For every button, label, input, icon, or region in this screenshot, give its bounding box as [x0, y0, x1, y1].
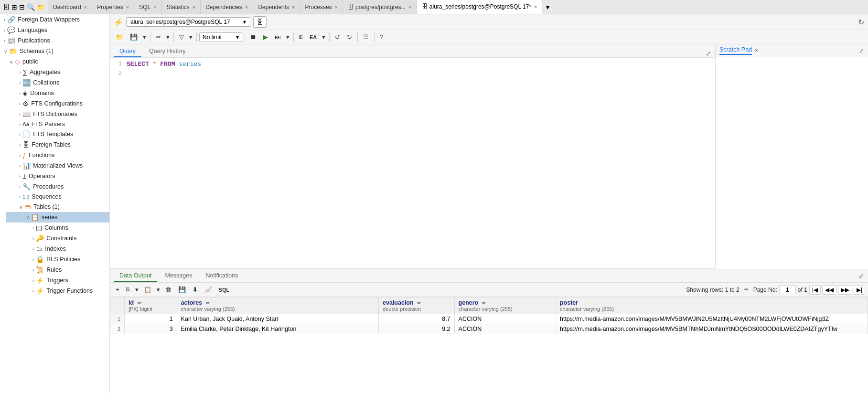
sidebar-item-columns[interactable]: › ▤ Columns	[6, 223, 109, 233]
sidebar-item-fts-configurations[interactable]: › ⚙ FTS Configurations	[6, 98, 109, 109]
cell-id[interactable]: 1	[125, 314, 177, 324]
cell-poster[interactable]: https://m.media-amazon.com/images/M/MV5B…	[556, 324, 868, 334]
sidebar-item-schemas[interactable]: ∨ 📁 Schemas (1)	[0, 46, 109, 56]
chart-button[interactable]: 📈	[202, 284, 215, 295]
sidebar-item-operators[interactable]: › ± Operators	[6, 171, 109, 181]
sidebar-item-domains[interactable]: › ◈ Domains	[6, 88, 109, 98]
cell-evaluacion[interactable]: 8.7	[379, 314, 455, 324]
sidebar-item-sequences[interactable]: › 1.3 Sequences	[6, 192, 109, 202]
macro-button[interactable]: ☰	[360, 32, 372, 42]
col-header-id[interactable]: id ✏ [PK] bigint	[125, 297, 177, 314]
tab-messages[interactable]: Messages	[159, 270, 198, 282]
col-header-actores[interactable]: actores ✏ character varying (255)	[177, 297, 378, 314]
editor-area[interactable]: 1 SELECT * FROM series	[110, 58, 715, 269]
stop-button[interactable]: ⏹	[247, 32, 259, 42]
download-button[interactable]: ⬇	[190, 284, 201, 295]
sidebar-item-fts-templates[interactable]: › 📄 FTS Templates	[6, 129, 109, 139]
tab-processes[interactable]: Processes ×	[300, 0, 343, 14]
explain-dropdown[interactable]: ▾	[321, 32, 327, 42]
cell-evaluacion[interactable]: 9.2	[379, 324, 455, 334]
tab-dependencies-close[interactable]: ×	[245, 4, 248, 10]
cell-poster[interactable]: https://m.media-amazon.com/images/M/MV5B…	[556, 314, 868, 324]
tab-sql-close[interactable]: ×	[153, 4, 156, 10]
tab-query-history[interactable]: Query History	[143, 46, 191, 57]
explain-button[interactable]: E	[296, 32, 306, 42]
run-step-dropdown[interactable]: ▾	[285, 32, 291, 42]
tab-notifications[interactable]: Notifications	[200, 270, 244, 282]
next-page-button[interactable]: ▶▶	[838, 285, 852, 295]
connection-select[interactable]: alura_series/postgres@PostgreSQL 17 ▾	[126, 17, 250, 27]
cell-actores[interactable]: Emilia Clarke, Peter Dinklage, Kit Harin…	[177, 324, 378, 334]
sidebar-item-rls-policies[interactable]: › 🔒 RLS Policies	[6, 254, 109, 265]
tool-icon-search[interactable]: 🔍	[27, 3, 35, 11]
tab-data-output[interactable]: Data Output	[114, 270, 157, 282]
col-header-genero[interactable]: genero ✏ character varying (255)	[454, 297, 556, 314]
expand-editor-button[interactable]: ↻	[858, 18, 864, 27]
paste-button[interactable]: 📋	[141, 284, 154, 295]
col-edit-evaluacion[interactable]: ✏	[417, 300, 421, 306]
commit-button[interactable]: ↺	[332, 32, 343, 42]
help-button[interactable]: ?	[377, 32, 386, 42]
limit-select[interactable]: No limit ▾	[199, 32, 242, 42]
filter-dropdown-button[interactable]: ▾	[188, 32, 194, 42]
copy-dropdown[interactable]: ▾	[134, 285, 140, 295]
sidebar-item-foreign-data-wrappers[interactable]: › 🔗 Foreign Data Wrappers	[0, 14, 109, 25]
sidebar-item-fts-parsers[interactable]: › Aa FTS Parsers	[6, 119, 109, 129]
sidebar-item-aggregates[interactable]: › ∑ Aggregates	[6, 67, 109, 77]
expand-results-button[interactable]: ⤢	[858, 272, 864, 280]
add-row-button[interactable]: +	[113, 284, 122, 295]
col-edit-id[interactable]: ✏	[138, 300, 141, 306]
sidebar-item-collations[interactable]: › 🔤 Collations	[6, 77, 109, 88]
paste-dropdown[interactable]: ▾	[155, 285, 161, 295]
cell-id[interactable]: 3	[125, 324, 177, 334]
sidebar-item-materialized-views[interactable]: › 📊 Materialized Views	[6, 160, 109, 171]
first-page-button[interactable]: |◀	[809, 285, 821, 295]
col-header-evaluacion[interactable]: evaluacion ✏ double precision	[379, 297, 455, 314]
tool-icon-1[interactable]: 🗄	[3, 3, 10, 11]
explain-analyze-button[interactable]: EA	[307, 32, 320, 42]
tool-icon-5[interactable]: 📁	[37, 3, 45, 11]
tab-more-button[interactable]: ▾	[542, 3, 553, 11]
tab-properties-close[interactable]: ×	[126, 4, 129, 10]
tab-dependents-close[interactable]: ×	[292, 4, 295, 10]
tab-statistics-close[interactable]: ×	[193, 4, 195, 10]
tool-icon-3[interactable]: ⊟	[19, 3, 25, 11]
prev-page-button[interactable]: ◀◀	[822, 285, 836, 295]
tab-postgres-query[interactable]: 🗄 postgres/postgres... ×	[343, 0, 417, 14]
edit-row-count-button[interactable]: ✏	[741, 285, 751, 295]
sidebar-item-public[interactable]: ∨ ◇ public	[0, 56, 109, 67]
sql-button[interactable]: SQL	[216, 285, 233, 295]
scratch-pad-expand[interactable]: ⤢	[859, 47, 864, 54]
sidebar-item-languages[interactable]: › 💬 Languages	[0, 25, 109, 35]
sidebar-item-series[interactable]: ∨ 📋 series	[6, 212, 109, 223]
cell-actores[interactable]: Karl Urban, Jack Quaid, Antony Starr	[177, 314, 378, 324]
run-button[interactable]: ▶	[260, 32, 271, 42]
sidebar-item-trigger-functions[interactable]: › ⚡ Trigger Functions	[6, 286, 109, 296]
sidebar-item-indexes[interactable]: › 🗂 Indexes	[6, 244, 109, 254]
run-step-button[interactable]: ⏭	[272, 32, 284, 42]
sidebar-item-procedures[interactable]: › 🔧 Procedures	[6, 181, 109, 192]
sidebar-item-functions[interactable]: › ƒ Functions	[6, 150, 109, 160]
edit-button[interactable]: ✏	[153, 32, 164, 42]
save-data-button[interactable]: 💾	[175, 284, 189, 295]
tab-dashboard-close[interactable]: ×	[84, 4, 87, 10]
scratch-pad-body[interactable]	[716, 57, 868, 269]
sidebar-item-constraints[interactable]: › 🔑 Constraints	[6, 233, 109, 244]
sidebar-item-publications[interactable]: › 📰 Publications	[0, 35, 109, 46]
edit-dropdown-button[interactable]: ▾	[165, 32, 171, 42]
col-header-poster[interactable]: poster character varying (255)	[556, 297, 868, 314]
expand-query-button[interactable]: ⤢	[706, 50, 711, 57]
col-edit-genero[interactable]: ✏	[482, 300, 486, 306]
sidebar-item-fts-dictionaries[interactable]: › 📖 FTS Dictionaries	[6, 109, 109, 119]
scratch-pad-close[interactable]: ×	[755, 47, 758, 54]
tab-statistics[interactable]: Statistics ×	[162, 0, 201, 14]
cell-genero[interactable]: ACCION	[454, 314, 556, 324]
tab-alura-close[interactable]: ×	[534, 4, 537, 10]
cell-genero[interactable]: ACCION	[454, 324, 556, 334]
page-number-input[interactable]	[779, 286, 796, 294]
copy-button[interactable]: ⎘	[123, 284, 133, 295]
filter-button[interactable]: ▽	[176, 32, 187, 42]
col-edit-actores[interactable]: ✏	[206, 300, 210, 306]
open-file-button[interactable]: 📁	[113, 32, 126, 42]
tab-processes-close[interactable]: ×	[335, 4, 338, 10]
